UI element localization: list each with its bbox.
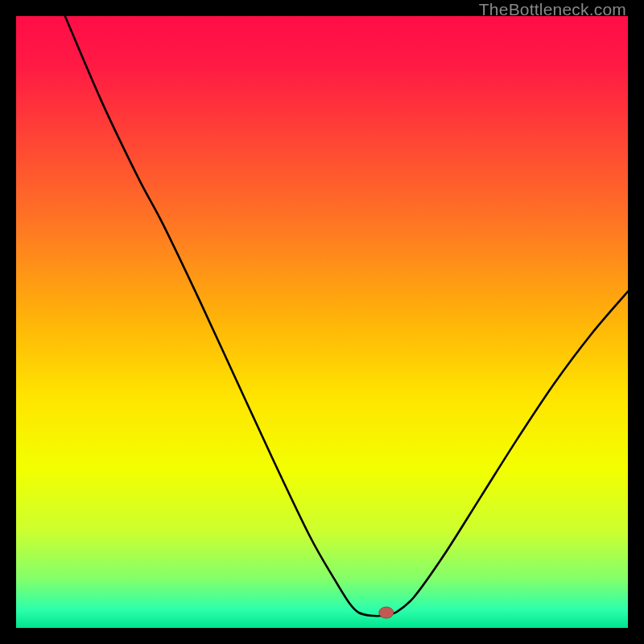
watermark-text: TheBottleneck.com <box>479 0 626 19</box>
chart-svg <box>16 16 628 628</box>
chart-frame <box>16 16 628 628</box>
chart-background <box>16 16 628 628</box>
optimal-marker <box>379 607 394 618</box>
